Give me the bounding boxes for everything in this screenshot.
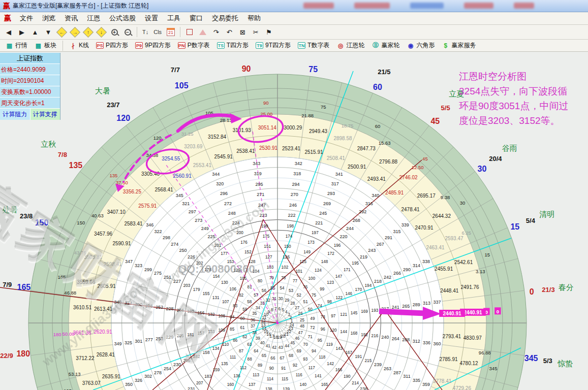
- svg-text:115: 115: [282, 377, 288, 381]
- view-winner-service[interactable]: $赢家服务: [438, 40, 479, 51]
- svg-text:53: 53: [289, 288, 294, 293]
- svg-text:谷雨: 谷雨: [502, 144, 517, 152]
- cut-button[interactable]: ✂: [250, 26, 262, 38]
- svg-text:2785.91: 2785.91: [439, 356, 458, 362]
- chart-area: 1234567891011121314151617181920212223242…: [0, 52, 588, 390]
- svg-text:345: 345: [524, 354, 538, 363]
- view-9p-square[interactable]: P99P四方形: [132, 40, 174, 51]
- svg-text:247: 247: [258, 203, 266, 208]
- menu-6[interactable]: 工具: [163, 13, 185, 24]
- svg-text:2530.91: 2530.91: [259, 145, 278, 151]
- svg-text:15.63: 15.63: [379, 140, 391, 146]
- svg-text:165: 165: [17, 283, 31, 291]
- view-hexagon[interactable]: ◉六角形: [403, 40, 438, 51]
- shift-left-button[interactable]: ←: [55, 26, 68, 38]
- menu-2[interactable]: 资讯: [60, 13, 82, 24]
- svg-text:75: 75: [308, 65, 318, 74]
- menu-0[interactable]: 文件: [15, 13, 38, 24]
- svg-text:63: 63: [247, 342, 252, 347]
- view-9t-square[interactable]: T99T四方形: [252, 40, 294, 51]
- shift-down-button[interactable]: ↓: [95, 26, 107, 38]
- draw-triangle-button[interactable]: [197, 26, 209, 38]
- svg-text:83: 83: [233, 304, 238, 308]
- view-t-square[interactable]: TST四方形: [213, 40, 252, 51]
- svg-text:2620.91: 2620.91: [94, 329, 112, 335]
- svg-text:149: 149: [303, 250, 311, 254]
- view-kline[interactable]: ∤K线: [66, 40, 92, 51]
- svg-text:158: 158: [203, 350, 210, 355]
- rotate-ccw-button[interactable]: ↶: [223, 26, 235, 38]
- svg-text:220: 220: [340, 234, 348, 239]
- svg-text:147: 147: [335, 274, 343, 279]
- menu-1[interactable]: 浏览: [38, 13, 60, 24]
- svg-text:138: 138: [265, 387, 272, 390]
- svg-text:94: 94: [312, 349, 317, 353]
- menu-8[interactable]: 交易委托: [207, 13, 243, 24]
- shift-up-button[interactable]: ↑: [82, 26, 94, 38]
- nav-forward-button[interactable]: ▶: [16, 26, 28, 38]
- svg-text:5/5: 5/5: [441, 104, 450, 112]
- svg-text:2515.91: 2515.91: [304, 149, 323, 155]
- svg-text:88: 88: [247, 357, 253, 362]
- svg-text:277: 277: [145, 337, 153, 342]
- svg-text:110: 110: [222, 342, 229, 347]
- menu-5[interactable]: 设置: [140, 13, 163, 24]
- svg-text:250: 250: [179, 248, 187, 253]
- draw-square-button[interactable]: [183, 26, 196, 38]
- rotate-cw-button[interactable]: ↷: [210, 26, 222, 38]
- nav-down-button[interactable]: ▼: [42, 26, 54, 38]
- clear-button[interactable]: Cls: [151, 26, 164, 38]
- svg-text:96: 96: [321, 327, 326, 332]
- svg-text:313: 313: [423, 301, 430, 306]
- menu-4[interactable]: 公式选股: [105, 13, 140, 24]
- info-row-3: 周天变化步长=1: [0, 98, 60, 109]
- calendar-button[interactable]: 21: [165, 26, 177, 38]
- menu-3[interactable]: 江恩: [82, 13, 105, 24]
- svg-text:49: 49: [310, 316, 315, 321]
- toolbar-separator: [137, 27, 137, 37]
- shift-right-button[interactable]: →: [69, 26, 81, 38]
- svg-text:271: 271: [257, 192, 264, 197]
- view-sectors[interactable]: ▩板块: [31, 40, 60, 51]
- svg-text:316: 316: [365, 201, 373, 206]
- nav-up-button[interactable]: ▲: [29, 26, 41, 38]
- calc-resistance-button[interactable]: 计算阻力: [0, 109, 30, 120]
- blurred-pill: [464, 3, 493, 9]
- svg-text:275: 275: [154, 271, 162, 276]
- svg-text:168: 168: [351, 331, 358, 336]
- menu-9[interactable]: 帮助: [243, 13, 265, 24]
- view-p-square[interactable]: PSP四方形: [92, 40, 132, 51]
- view-winner-wheel[interactable]: Ⓑ赢家轮: [368, 40, 403, 51]
- t-down-button[interactable]: T↓: [140, 26, 150, 38]
- svg-text:105: 105: [175, 81, 189, 90]
- svg-text:167: 167: [346, 350, 353, 355]
- svg-text:32: 32: [266, 298, 271, 303]
- svg-text:347: 347: [125, 259, 133, 264]
- view-quotes[interactable]: ▦行情: [2, 40, 31, 51]
- svg-text:92: 92: [293, 363, 298, 368]
- svg-text:57: 57: [254, 293, 259, 298]
- flag-button[interactable]: ⚑: [263, 26, 275, 38]
- svg-text:278: 278: [154, 370, 162, 375]
- svg-text:325: 325: [125, 340, 132, 345]
- svg-text:38: 38: [252, 331, 257, 335]
- svg-text:25: 25: [300, 318, 305, 322]
- svg-text:82: 82: [239, 293, 244, 298]
- zoom-in-button[interactable]: +: [108, 26, 120, 38]
- svg-text:46: 46: [295, 336, 300, 341]
- svg-text:264: 264: [392, 336, 399, 341]
- view-t-table[interactable]: TNT数字表: [294, 40, 333, 51]
- view-p-table[interactable]: PNP数字表: [174, 40, 213, 51]
- menu-7[interactable]: 窗口: [185, 13, 207, 24]
- calc-support-button[interactable]: 计算支撑: [30, 109, 60, 120]
- titlebar-overlay-watermark: [303, 1, 588, 10]
- svg-text:60: 60: [373, 83, 382, 91]
- svg-text:192: 192: [361, 333, 368, 337]
- delete-box-button[interactable]: ⊠: [236, 26, 249, 38]
- svg-text:2598.41: 2598.41: [104, 262, 122, 267]
- view-gann-wheel[interactable]: ◎江恩轮: [333, 40, 368, 51]
- zoom-out-button[interactable]: −: [121, 26, 134, 38]
- nav-back-button[interactable]: ◀: [3, 26, 15, 38]
- svg-text:春分: 春分: [559, 283, 574, 291]
- svg-text:2542.61: 2542.61: [454, 259, 473, 265]
